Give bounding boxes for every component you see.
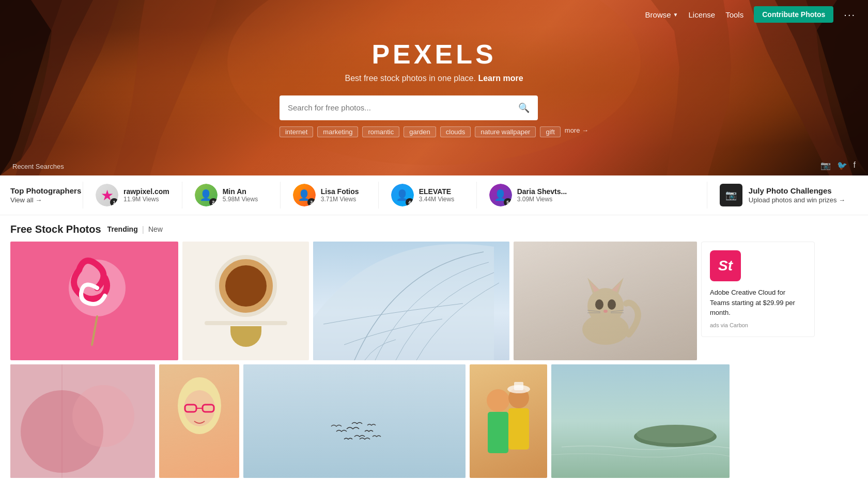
more-nav[interactable]: ··· xyxy=(844,9,856,21)
license-nav[interactable]: License xyxy=(688,10,715,19)
photo-grid-row1: St Adobe Creative Cloud for Teams starti… xyxy=(0,242,868,364)
photo-girl[interactable] xyxy=(159,364,239,478)
hero-section: PEXELS Best free stock photos in one pla… xyxy=(0,0,868,175)
photographer-name-3: Lisa Fotios xyxy=(321,187,359,196)
photo-abstract[interactable] xyxy=(10,364,155,478)
search-tags: internet marketing romantic garden cloud… xyxy=(280,126,588,137)
photographers-bar: Top Photographers View all → ★ 1 rawpixe… xyxy=(0,175,868,215)
hero-content: PEXELS Best free stock photos in one pla… xyxy=(280,39,588,137)
photographer-avatar-4: 👤 4 xyxy=(391,184,414,206)
photographer-name-5: Daria Shevts... xyxy=(517,187,567,196)
twitter-icon[interactable]: 🐦 xyxy=(837,161,847,170)
search-tag-nature[interactable]: nature wallpaper xyxy=(475,126,536,137)
learn-more-link[interactable]: Learn more xyxy=(478,74,523,83)
photographer-item-4[interactable]: 👤 4 ELEVATE 3.44M Views xyxy=(378,182,476,209)
adobe-st-icon: St xyxy=(710,250,741,281)
search-tag-garden[interactable]: garden xyxy=(404,126,436,137)
navbar: Browse ▼ License Tools Contribute Photos… xyxy=(0,0,868,29)
photo-cat[interactable] xyxy=(514,242,697,360)
photo-island[interactable] xyxy=(551,364,730,478)
search-box: 🔍 xyxy=(280,95,538,120)
photographer-item-3[interactable]: 👤 3 Lisa Fotios 3.71M Views xyxy=(280,182,378,209)
photo-people[interactable] xyxy=(470,364,547,478)
photographer-item-5[interactable]: 👤 5 Daria Shevts... 3.09M Views xyxy=(476,182,580,209)
tools-nav[interactable]: Tools xyxy=(725,10,743,19)
search-tag-more[interactable]: more → xyxy=(565,126,588,137)
challenge-text: July Photo Challenges Upload photos and … xyxy=(749,186,845,204)
tab-trending[interactable]: Trending xyxy=(107,225,138,234)
hero-social: 📷 🐦 f xyxy=(820,161,856,170)
browse-nav[interactable]: Browse ▼ xyxy=(645,10,678,19)
photographer-avatar-5: 👤 5 xyxy=(489,184,512,206)
ad-text: Adobe Creative Cloud for Teams starting … xyxy=(710,287,806,318)
photo-lollipop[interactable] xyxy=(10,242,178,360)
search-tag-gift[interactable]: gift xyxy=(540,126,560,137)
top-photographers-label: Top Photographers View all → xyxy=(10,186,83,204)
tab-new[interactable]: New xyxy=(148,225,163,234)
search-tag-internet[interactable]: internet xyxy=(280,126,313,137)
instagram-icon[interactable]: 📷 xyxy=(820,161,831,170)
ad-attribution: ads via Carbon xyxy=(710,322,806,328)
photographer-views-1: 11.9M Views xyxy=(123,196,169,203)
search-input[interactable] xyxy=(288,103,518,112)
photographer-views-2: 5.98M Views xyxy=(223,196,258,203)
search-tag-clouds[interactable]: clouds xyxy=(440,126,471,137)
search-tag-romantic[interactable]: romantic xyxy=(362,126,399,137)
photographer-views-5: 3.09M Views xyxy=(517,196,567,203)
photographer-name-2: Min An xyxy=(223,187,258,196)
photographer-views-3: 3.71M Views xyxy=(321,196,359,203)
july-challenge: 📷 July Photo Challenges Upload photos an… xyxy=(707,182,858,209)
photo-building[interactable] xyxy=(313,242,509,360)
search-tag-marketing[interactable]: marketing xyxy=(317,126,358,137)
photographer-avatar-3: 👤 3 xyxy=(293,184,316,206)
section-tabs: Trending | New xyxy=(107,225,163,234)
ad-card: St Adobe Creative Cloud for Teams starti… xyxy=(701,242,815,337)
section-header: Free Stock Photos Trending | New xyxy=(0,215,868,242)
photographer-item-2[interactable]: 👤 2 Min An 5.98M Views xyxy=(182,182,280,209)
browse-chevron: ▼ xyxy=(673,12,678,18)
search-icon[interactable]: 🔍 xyxy=(518,102,530,114)
contribute-button[interactable]: Contribute Photos xyxy=(754,6,833,23)
view-all-link[interactable]: View all → xyxy=(10,196,42,204)
challenge-cta[interactable]: Upload photos and win prizes → xyxy=(749,196,845,204)
photographer-item-1[interactable]: ★ 1 rawpixel.com 11.9M Views xyxy=(83,182,182,209)
photo-coffee[interactable] xyxy=(182,242,309,360)
recent-searches: Recent Searches xyxy=(12,163,64,170)
photographer-name-4: ELEVATE xyxy=(419,187,454,196)
photo-sky-birds[interactable] xyxy=(243,364,466,478)
photographer-avatar-1: ★ 1 xyxy=(96,184,118,206)
section-title: Free Stock Photos xyxy=(10,223,101,235)
photographer-name-1: rawpixel.com xyxy=(123,187,169,196)
hero-subtitle: Best free stock photos in one place. Lea… xyxy=(280,74,588,83)
tab-separator: | xyxy=(142,225,144,234)
hero-title: PEXELS xyxy=(280,39,588,70)
photo-grid-row2 xyxy=(0,364,868,480)
challenge-icon: 📷 xyxy=(720,184,742,206)
nav-links: Browse ▼ License Tools Contribute Photos… xyxy=(645,6,856,23)
photographer-avatar-2: 👤 2 xyxy=(195,184,218,206)
photographer-views-4: 3.44M Views xyxy=(419,196,454,203)
facebook-icon[interactable]: f xyxy=(854,161,856,170)
